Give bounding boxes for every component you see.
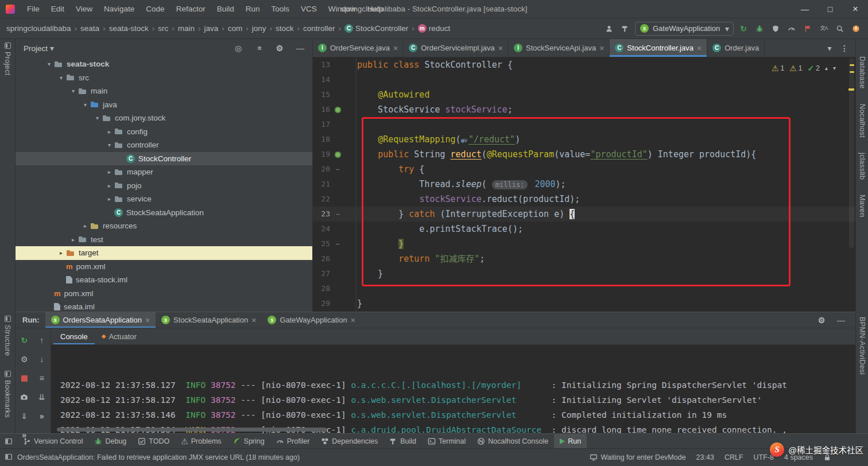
toolbar-item-dependencies[interactable]: Dependencies (315, 434, 383, 448)
gutter[interactable]: 13 (313, 57, 356, 72)
fold-marker[interactable]: − (335, 162, 339, 177)
editor-tab-stockcontroller-java[interactable]: CStockController.java× (610, 39, 707, 57)
code-editor[interactable]: 13public class StockController {1415 @Au… (313, 57, 855, 312)
menu-item-tools[interactable]: Tools (266, 3, 294, 15)
hide-button[interactable]: — (294, 42, 307, 55)
gutter[interactable]: 22 (313, 192, 356, 207)
toolbar-item-problems[interactable]: ⚠Problems (175, 434, 227, 448)
settings-button[interactable]: ⚙ (273, 42, 286, 55)
run-config-combo[interactable]: sGateWayApplication▾ (635, 22, 734, 36)
tree-item-seata-stock-iml[interactable]: seata-stock.iml (16, 273, 312, 287)
tree-item-pom-xml[interactable]: mpom.xml (16, 260, 312, 274)
gutter[interactable]: 28 (313, 281, 356, 296)
gutter[interactable]: 17 (313, 117, 356, 132)
camera-button[interactable] (18, 391, 30, 403)
debug-button[interactable] (753, 22, 766, 35)
tree-item-pojo[interactable]: ▸pojo (16, 179, 312, 193)
wrench-button[interactable]: ⚙ (18, 353, 30, 366)
chevron-down-button[interactable]: ▾ (823, 42, 836, 55)
tab-close-icon[interactable]: × (145, 316, 150, 324)
breadcrumb-item-jony[interactable]: jony (250, 23, 268, 34)
menu-item-vcs[interactable]: VCS (296, 3, 322, 15)
horizontal-scrollbar[interactable] (57, 428, 327, 432)
locate-button[interactable]: ◎ (232, 42, 245, 55)
inspections-widget[interactable]: ⚠1⚠1✓2▴▾ (772, 61, 836, 76)
toolbar-item-debug[interactable]: Debug (88, 434, 132, 448)
chevron-down-small-icon[interactable]: ▾ (833, 65, 836, 71)
breadcrumb-item-reduct[interactable]: mreduct (416, 23, 452, 34)
import-button[interactable]: ⇓ (18, 410, 30, 422)
menu-item-edit[interactable]: Edit (46, 3, 69, 15)
tab-close-icon[interactable]: × (599, 44, 604, 52)
tree-item-java[interactable]: ▾java (16, 98, 312, 112)
toolbar-item-spring[interactable]: Spring (227, 434, 270, 448)
menu-item-run[interactable]: Run (241, 3, 265, 15)
scrollend-button[interactable]: ⇊ (36, 391, 48, 403)
gutter[interactable]: 21 (313, 177, 356, 192)
gutter[interactable]: 25− (313, 236, 356, 251)
tab-close-icon[interactable]: × (697, 44, 702, 52)
project-panel-title[interactable]: Project (24, 44, 48, 53)
tree-item-pom-xml[interactable]: mpom.xml (16, 287, 312, 301)
tree-item-src[interactable]: ▾src (16, 71, 312, 85)
status-item-waiting-for-enter-devmode[interactable]: Waiting for enter DevMode (590, 453, 685, 461)
fold-marker[interactable]: − (335, 207, 339, 222)
breadcrumb-item-seata-stock[interactable]: seata-stock (107, 23, 150, 34)
status-item-23-43[interactable]: 23:43 (696, 453, 714, 461)
breadcrumb-item-seata[interactable]: seata (79, 23, 101, 34)
run-tab-stockseataapplication[interactable]: sStockSeataApplication× (156, 312, 262, 328)
gutter[interactable]: 15 (313, 87, 356, 102)
tree-item-config[interactable]: ▸config (16, 125, 312, 139)
editor-scrollbar[interactable] (848, 57, 855, 312)
down-button[interactable]: ↓ (36, 353, 48, 366)
profiler-button[interactable] (785, 22, 798, 35)
tree-item-seata-iml[interactable]: seata.iml (16, 300, 312, 312)
settings-button[interactable]: ⚙ (815, 314, 828, 327)
tool-window-button-structure[interactable]: Structure (3, 316, 11, 356)
gutter[interactable]: 16 (313, 102, 356, 117)
tab-close-icon[interactable]: × (351, 316, 355, 324)
inspection-indicator[interactable]: ⚠1 (772, 61, 784, 76)
build-hammer-button[interactable] (619, 22, 631, 35)
breadcrumb-item-stock[interactable]: stock (274, 23, 296, 34)
menu-item-build[interactable]: Build (212, 3, 239, 15)
tree-toggle[interactable]: ▾ (104, 142, 114, 148)
fold-marker[interactable]: − (335, 236, 339, 251)
update-button[interactable] (850, 22, 862, 35)
stop-button[interactable] (18, 372, 30, 385)
gutter[interactable]: 27 (313, 266, 356, 281)
tree-item-stockseataapplication[interactable]: CStockSeataApplication (16, 206, 312, 220)
more-chevrons-button[interactable]: » (18, 429, 30, 441)
tool-window-button-project[interactable]: Project (3, 42, 11, 76)
gutter[interactable]: 20− (313, 162, 356, 177)
status-toolwindow-icon[interactable] (5, 453, 13, 463)
rerun-button[interactable]: ↻ (18, 334, 30, 347)
user-button[interactable] (603, 22, 615, 35)
menu-item-refactor[interactable]: Refactor (171, 3, 211, 15)
gutter[interactable]: 19 (313, 147, 356, 162)
flag-button[interactable] (801, 22, 814, 35)
close-button[interactable]: × (843, 0, 868, 18)
tool-window-button-jclasslib[interactable]: jclasslib (858, 153, 866, 180)
chevron-up-small-icon[interactable]: ▴ (825, 65, 828, 71)
gutter-bean-icon[interactable] (335, 107, 341, 113)
gutter-bean-icon[interactable] (335, 152, 341, 158)
breadcrumb-item-com[interactable]: com (226, 23, 245, 34)
tool-window-button-maven[interactable]: Maven (858, 195, 866, 218)
warning-stripe-mark[interactable] (848, 88, 854, 91)
maximize-button[interactable]: □ (817, 0, 843, 18)
search-button[interactable] (834, 22, 846, 35)
breadcrumb-item-src[interactable]: src (156, 23, 170, 34)
tree-toggle[interactable]: ▾ (44, 61, 54, 67)
console-tab-console[interactable]: Console (53, 328, 95, 344)
tree-toggle[interactable]: ▸ (80, 223, 90, 229)
tree-toggle[interactable]: ▾ (68, 88, 78, 94)
gutter[interactable]: 14 (313, 72, 356, 87)
menu-item-window[interactable]: Window (323, 3, 361, 15)
editor-tab-orderserviceimpl-java[interactable]: COrderServiceImpl.java× (404, 39, 509, 57)
console-tab-actuator[interactable]: ◆Actuator (95, 328, 144, 344)
more-button[interactable]: ⋮ (838, 42, 851, 55)
tree-item-seata-stock[interactable]: ▾seata-stock (16, 57, 312, 71)
translate-button[interactable]: 文A (817, 22, 830, 35)
hide-button[interactable]: — (835, 314, 847, 327)
